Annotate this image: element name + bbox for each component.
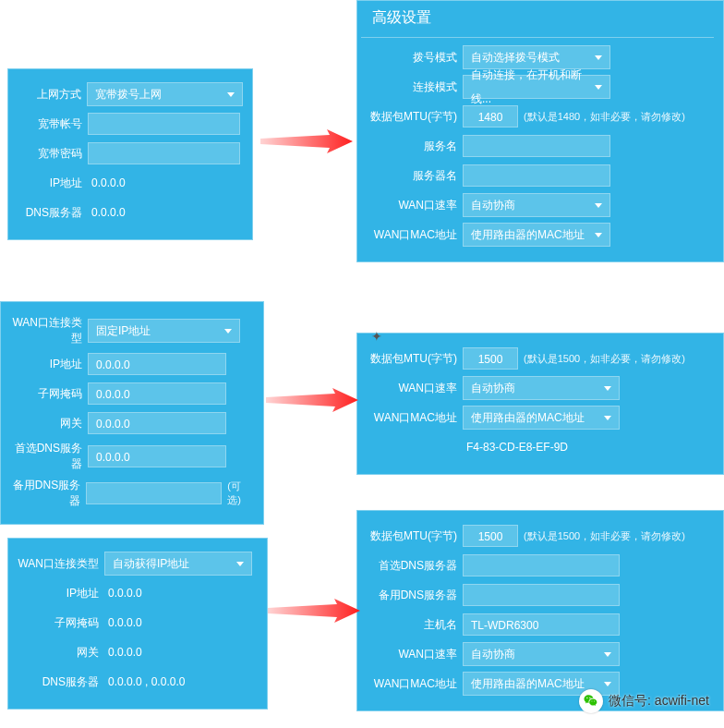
select-value: 自动协商 <box>471 642 515 666</box>
label-ip: IP地址 <box>5 357 88 372</box>
arrow-icon <box>260 127 353 155</box>
label-account: 宽带帐号 <box>12 116 88 132</box>
label-password: 宽带密码 <box>12 146 88 162</box>
label-wan-mac: WAN口MAC地址 <box>361 676 463 692</box>
value-mask: 0.0.0.0 <box>104 616 142 629</box>
label-mask: 子网掩码 <box>12 615 104 631</box>
select-wan-speed[interactable]: 自动协商 <box>463 376 620 400</box>
arrow-icon <box>266 386 358 414</box>
label-gateway: 网关 <box>12 645 104 661</box>
input-password[interactable] <box>88 142 240 164</box>
input-service[interactable] <box>463 135 610 157</box>
select-wan-method[interactable]: 宽带拨号上网 <box>87 82 243 106</box>
select-wan-speed[interactable]: 自动协商 <box>463 193 610 217</box>
input-dns2[interactable] <box>463 584 620 606</box>
select-value: 自动获得IP地址 <box>113 552 189 576</box>
input-dns1[interactable] <box>463 554 620 576</box>
svg-marker-1 <box>266 388 358 412</box>
select-value: 自动连接，在开机和断线... <box>471 63 595 111</box>
panel-static-ip: WAN口连接类型 固定IP地址 IP地址 0.0.0.0 子网掩码 0.0.0.… <box>0 301 264 525</box>
hint-mtu: (默认是1500，如非必要，请勿修改) <box>524 529 685 543</box>
chevron-down-icon <box>604 416 611 420</box>
label-dns2: 备用DNS服务器 <box>361 588 463 603</box>
select-wan-speed[interactable]: 自动协商 <box>463 642 620 666</box>
label-ip: IP地址 <box>12 586 104 601</box>
select-conn-type[interactable]: 固定IP地址 <box>88 319 240 343</box>
value-dns: 0.0.0.0 , 0.0.0.0 <box>104 675 185 688</box>
select-value: 使用路由器的MAC地址 <box>471 406 585 430</box>
chevron-down-icon <box>595 203 602 208</box>
select-conn-type[interactable]: 自动获得IP地址 <box>104 552 252 576</box>
input-mask[interactable]: 0.0.0.0 <box>88 382 226 405</box>
select-value: 使用路由器的MAC地址 <box>471 223 585 247</box>
chevron-down-icon <box>595 85 602 90</box>
chevron-down-icon <box>595 233 602 237</box>
panel-static-adv: 数据包MTU(字节) 1500 (默认是1500，如非必要，请勿修改) WAN口… <box>356 333 724 475</box>
label-dns2: 备用DNS服务器 <box>5 478 86 509</box>
value-gateway: 0.0.0.0 <box>104 646 142 659</box>
label-dial-mode: 拨号模式 <box>361 50 463 66</box>
label-wan-speed: WAN口速率 <box>361 647 463 662</box>
input-server[interactable] <box>463 164 610 187</box>
label-dns: DNS服务器 <box>12 205 88 221</box>
panel-title: 高级设置 <box>361 1 714 38</box>
select-value: 自动协商 <box>471 376 515 400</box>
input-ip[interactable]: 0.0.0.0 <box>88 353 226 375</box>
hint-mtu: (默认是1500，如非必要，请勿修改) <box>524 352 685 366</box>
svg-marker-2 <box>268 599 360 623</box>
label-mtu: 数据包MTU(字节) <box>361 109 463 125</box>
label-wan-method: 上网方式 <box>12 87 87 103</box>
value-ip: 0.0.0.0 <box>104 587 142 600</box>
select-wan-mac[interactable]: 使用路由器的MAC地址 <box>463 406 620 430</box>
label-dns1: 首选DNS服务器 <box>5 441 88 472</box>
chevron-down-icon <box>604 386 611 391</box>
wechat-label: 微信号: acwifi-net <box>609 693 709 710</box>
label-mtu: 数据包MTU(字节) <box>361 528 463 544</box>
chevron-down-icon <box>604 652 611 657</box>
label-wan-mac: WAN口MAC地址 <box>361 410 463 426</box>
wechat-badge: 微信号: acwifi-net <box>579 689 709 713</box>
chevron-down-icon <box>224 329 232 334</box>
label-service: 服务名 <box>361 139 463 154</box>
select-connect-mode[interactable]: 自动连接，在开机和断线... <box>463 75 610 99</box>
hint-optional: (可选) <box>227 479 254 507</box>
value-dns: 0.0.0.0 <box>88 206 126 219</box>
input-account[interactable] <box>88 113 240 135</box>
input-dns1[interactable]: 0.0.0.0 <box>88 445 226 467</box>
chevron-down-icon <box>227 92 235 97</box>
select-value: 固定IP地址 <box>96 319 151 343</box>
label-mtu: 数据包MTU(字节) <box>361 351 463 367</box>
hint-mtu: (默认是1480，如非必要，请勿修改) <box>524 110 685 124</box>
chevron-down-icon <box>604 682 611 686</box>
input-mtu[interactable]: 1500 <box>463 347 518 370</box>
input-dns2[interactable] <box>86 482 222 504</box>
label-mask: 子网掩码 <box>5 386 88 402</box>
label-wan-mac: WAN口MAC地址 <box>361 227 463 243</box>
label-conn-type: WAN口连接类型 <box>5 315 88 346</box>
input-mtu[interactable]: 1500 <box>463 525 518 547</box>
label-wan-speed: WAN口速率 <box>361 381 463 396</box>
chevron-down-icon <box>236 562 244 566</box>
label-dns: DNS服务器 <box>12 674 104 690</box>
panel-dhcp-adv: 数据包MTU(字节) 1500 (默认是1500，如非必要，请勿修改) 首选DN… <box>356 510 724 711</box>
label-connect-mode: 连接模式 <box>361 79 463 95</box>
label-ip: IP地址 <box>12 176 88 191</box>
select-wan-mac[interactable]: 使用路由器的MAC地址 <box>463 223 610 247</box>
value-ip: 0.0.0.0 <box>88 176 126 189</box>
panel-advanced: 高级设置 拨号模式 自动选择拨号模式 连接模式 自动连接，在开机和断线... 数… <box>356 0 724 262</box>
label-gateway: 网关 <box>5 416 88 431</box>
wechat-icon <box>579 689 603 713</box>
chevron-down-icon <box>595 55 602 60</box>
svg-marker-0 <box>260 129 353 153</box>
arrow-icon <box>268 597 360 625</box>
panel-dhcp: WAN口连接类型 自动获得IP地址 IP地址 0.0.0.0 子网掩码 0.0.… <box>7 538 268 710</box>
input-gateway[interactable]: 0.0.0.0 <box>88 412 226 434</box>
label-wan-speed: WAN口速率 <box>361 198 463 213</box>
input-hostname[interactable]: TL-WDR6300 <box>463 613 620 636</box>
label-dns1: 首选DNS服务器 <box>361 558 463 574</box>
label-hostname: 主机名 <box>361 617 463 633</box>
panel-pppoe: 上网方式 宽带拨号上网 宽带帐号 宽带密码 IP地址 0.0.0.0 DNS服务… <box>7 68 253 240</box>
value-mac: F4-83-CD-E8-EF-9D <box>463 441 568 454</box>
label-server: 服务器名 <box>361 168 463 184</box>
label-conn-type: WAN口连接类型 <box>12 556 104 572</box>
